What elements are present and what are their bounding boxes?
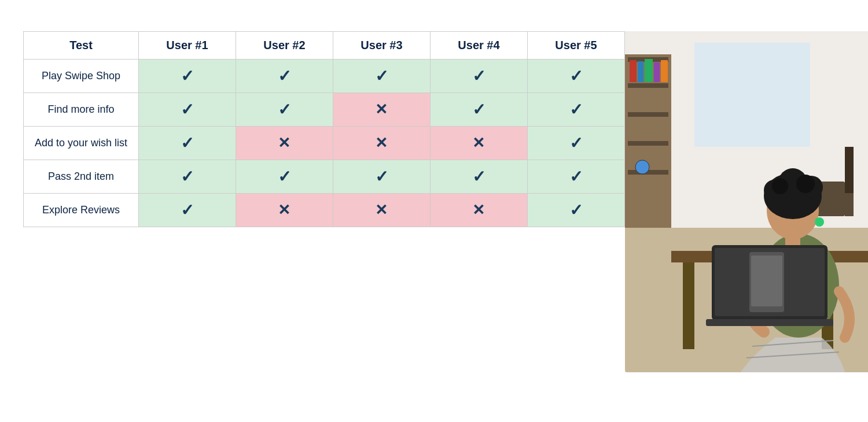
user-photo-wrapper <box>625 31 868 372</box>
test-name-3: Pass 2nd item <box>24 160 139 194</box>
table-row: Play Swipe Shop✓✓✓✓✓ <box>24 60 625 93</box>
table-row: Find more info✓✓✕✓✓ <box>24 93 625 127</box>
cell-r4-c2: ✕ <box>333 194 430 227</box>
col-header-user5: User #5 <box>527 32 624 60</box>
cell-r3-c3: ✓ <box>430 160 527 194</box>
cell-r0-c0: ✓ <box>138 60 236 93</box>
table-header-row: TestUser #1User #2User #3User #4User #5 <box>24 32 625 60</box>
cell-r3-c4: ✓ <box>527 160 624 194</box>
check-icon: ✓ <box>569 134 583 152</box>
svg-rect-36 <box>706 319 833 326</box>
svg-rect-7 <box>628 141 668 146</box>
svg-rect-9 <box>630 60 637 82</box>
svg-rect-12 <box>654 62 660 82</box>
svg-rect-11 <box>645 59 653 82</box>
test-name-0: Play Swipe Shop <box>24 60 139 93</box>
cell-r2-c4: ✓ <box>527 127 624 160</box>
svg-point-28 <box>772 178 788 194</box>
check-icon: ✓ <box>278 101 291 119</box>
test-name-1: Find more info <box>24 93 139 127</box>
cell-r2-c1: ✕ <box>236 127 333 160</box>
col-header-user1: User #1 <box>138 32 236 60</box>
cross-icon: ✕ <box>375 101 388 118</box>
cell-r0-c4: ✓ <box>527 60 624 93</box>
cell-r1-c0: ✓ <box>138 93 236 127</box>
check-icon: ✓ <box>472 101 486 119</box>
cell-r0-c2: ✓ <box>333 60 430 93</box>
table-row: Add to your wish list✓✕✕✕✓ <box>24 127 625 160</box>
check-icon: ✓ <box>569 201 583 219</box>
check-icon: ✓ <box>569 101 583 119</box>
svg-point-29 <box>796 175 815 193</box>
check-icon: ✓ <box>375 67 388 85</box>
check-icon: ✓ <box>569 67 583 85</box>
cell-r2-c2: ✕ <box>333 127 430 160</box>
check-icon: ✓ <box>375 168 388 186</box>
svg-rect-6 <box>628 112 668 117</box>
col-header-user4: User #4 <box>430 32 527 60</box>
cross-icon: ✕ <box>375 134 388 151</box>
cell-r1-c3: ✓ <box>430 93 527 127</box>
check-icon: ✓ <box>181 168 194 186</box>
cell-r2-c3: ✕ <box>430 127 527 160</box>
svg-rect-18 <box>845 147 854 193</box>
cell-r3-c2: ✓ <box>333 160 430 194</box>
cross-icon: ✕ <box>472 201 485 219</box>
check-icon: ✓ <box>181 134 194 152</box>
results-table: TestUser #1User #2User #3User #4User #5 … <box>23 31 625 227</box>
svg-point-14 <box>635 160 649 174</box>
check-icon: ✓ <box>472 67 486 85</box>
svg-point-31 <box>815 217 824 227</box>
cell-r2-c0: ✓ <box>138 127 236 160</box>
test-name-4: Explore Reviews <box>24 194 139 227</box>
cell-r0-c1: ✓ <box>236 60 333 93</box>
content-area: TestUser #1User #2User #3User #4User #5 … <box>23 31 845 372</box>
cell-r0-c3: ✓ <box>430 60 527 93</box>
cross-icon: ✕ <box>278 134 290 151</box>
table-row: Pass 2nd item✓✓✓✓✓ <box>24 160 625 194</box>
col-header-test: Test <box>24 32 139 60</box>
cross-icon: ✕ <box>375 201 388 219</box>
check-icon: ✓ <box>181 67 194 85</box>
test-name-2: Add to your wish list <box>24 127 139 160</box>
results-table-wrapper: TestUser #1User #2User #3User #4User #5 … <box>23 31 625 227</box>
svg-rect-20 <box>683 262 694 349</box>
svg-rect-15 <box>694 43 810 147</box>
svg-rect-10 <box>638 61 643 82</box>
svg-rect-5 <box>628 83 668 88</box>
col-header-user3: User #3 <box>333 32 430 60</box>
svg-rect-35 <box>751 256 782 306</box>
cross-icon: ✕ <box>278 201 290 219</box>
col-header-user2: User #2 <box>236 32 333 60</box>
svg-rect-13 <box>661 60 668 82</box>
cell-r4-c3: ✕ <box>430 194 527 227</box>
cell-r3-c0: ✓ <box>138 160 236 194</box>
cell-r3-c1: ✓ <box>236 160 333 194</box>
cross-icon: ✕ <box>472 134 485 151</box>
cell-r1-c4: ✓ <box>527 93 624 127</box>
cell-r4-c0: ✓ <box>138 194 236 227</box>
cell-r1-c1: ✓ <box>236 93 333 127</box>
check-icon: ✓ <box>278 168 291 186</box>
check-icon: ✓ <box>472 168 486 186</box>
table-row: Explore Reviews✓✕✕✕✓ <box>24 194 625 227</box>
cell-r4-c4: ✓ <box>527 194 624 227</box>
cell-r4-c1: ✕ <box>236 194 333 227</box>
check-icon: ✓ <box>278 67 291 85</box>
cell-r1-c2: ✕ <box>333 93 430 127</box>
check-icon: ✓ <box>181 201 194 219</box>
check-icon: ✓ <box>569 168 583 186</box>
user-photo <box>625 31 868 372</box>
check-icon: ✓ <box>181 101 194 119</box>
